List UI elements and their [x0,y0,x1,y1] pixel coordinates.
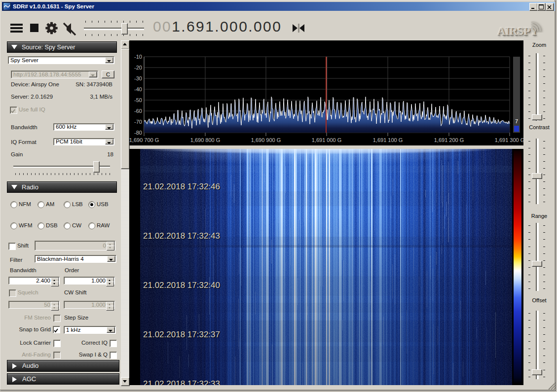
svg-text:21.02.2018 17:32:46: 21.02.2018 17:32:46 [143,182,220,191]
svg-text:21.02.2018 17:32:43: 21.02.2018 17:32:43 [143,231,220,241]
svg-text:21.02.2018 17:32:40: 21.02.2018 17:32:40 [143,281,220,290]
svg-text:21.02.2018 17:32:37: 21.02.2018 17:32:37 [143,330,220,339]
svg-text:21.02.2018 17:32:33: 21.02.2018 17:32:33 [143,379,220,389]
